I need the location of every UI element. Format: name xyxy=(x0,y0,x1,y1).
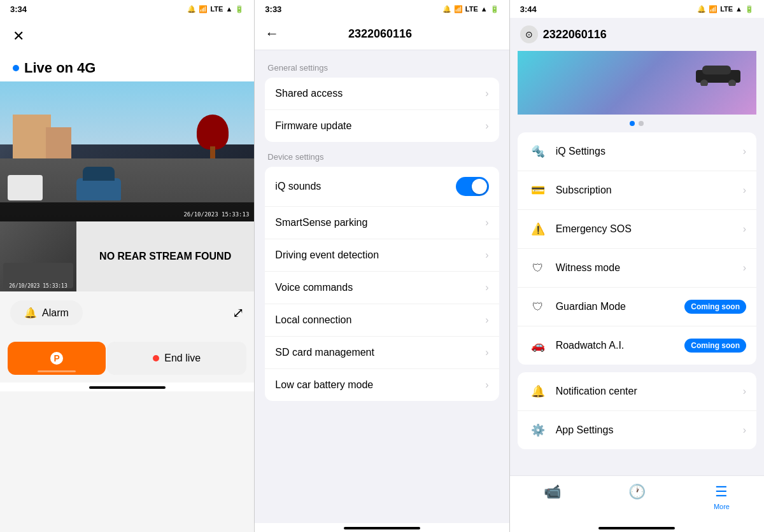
settings-scroll[interactable]: General settings Shared access › Firmwar… xyxy=(255,50,509,523)
wifi-icon3: 📶 xyxy=(709,5,718,13)
smartsense-right: › xyxy=(485,217,488,228)
front-camera-feed: 26/10/2023 15:33:13 xyxy=(0,81,254,221)
road-car xyxy=(76,178,121,200)
alarm-button[interactable]: 🔔 Alarm xyxy=(10,300,83,325)
voice-right: › xyxy=(485,282,488,293)
roadwatch-icon: 🚗 xyxy=(528,335,548,356)
home-indicator-p3 xyxy=(510,523,764,532)
wifi-icon2: 📶 xyxy=(454,5,463,13)
dot-inactive xyxy=(639,121,644,126)
toggle-thumb xyxy=(472,179,487,194)
smartsense-row[interactable]: SmartSense parking › xyxy=(265,207,499,239)
controls-row: 🔔 Alarm ⤢ xyxy=(0,291,254,334)
tree-top xyxy=(197,115,229,150)
driving-event-row[interactable]: Driving event detection › xyxy=(265,239,499,272)
voice-commands-row[interactable]: Voice commands › xyxy=(265,272,499,304)
car-roof xyxy=(83,167,115,181)
live-view-panel: 3:34 🔔 📶 LTE ▲ 🔋 ✕ Live on 4G xyxy=(0,0,254,532)
witness-mode-row[interactable]: 🛡 Witness mode › xyxy=(518,249,756,288)
guardian-mode-icon: 🛡 xyxy=(528,297,548,317)
firmware-update-label: Firmware update xyxy=(275,120,351,132)
alarm-label: Alarm xyxy=(42,307,69,319)
device-header: ⊙ 2322060116 xyxy=(510,18,764,51)
sd-card-row[interactable]: SD card management › xyxy=(265,337,499,369)
parking-icon: P xyxy=(50,352,63,365)
app-settings-row[interactable]: ⚙️ App Settings › xyxy=(518,411,756,449)
shared-access-label: Shared access xyxy=(275,88,343,99)
device-settings-card: iQ sounds SmartSense parking › Driving e… xyxy=(265,167,499,401)
notification-icon2: 🔔 xyxy=(442,5,451,13)
parking-button[interactable]: P xyxy=(8,342,106,375)
subscription-chevron: › xyxy=(743,185,746,196)
iq-settings-row[interactable]: 🔩 iQ Settings › xyxy=(518,132,756,171)
home-bar xyxy=(89,386,166,389)
tab-history[interactable]: 🕐 xyxy=(595,481,679,513)
expand-button[interactable]: ⤢ xyxy=(232,305,244,321)
status-bar-panel3: 3:44 🔔 📶 LTE ▲ 🔋 xyxy=(510,0,764,18)
signal-icon: ▲ xyxy=(225,5,232,13)
live-indicator xyxy=(13,65,19,71)
live-label: Live on 4G xyxy=(24,60,96,76)
sd-card-label: SD card management xyxy=(275,347,374,358)
battery-right: › xyxy=(485,379,488,391)
roadwatch-label: Roadwatch A.I. xyxy=(556,340,685,351)
iq-settings-chevron: › xyxy=(743,146,746,157)
status-icons-panel1: 🔔 📶 LTE ▲ 🔋 xyxy=(187,5,244,13)
iq-settings-label: iQ Settings xyxy=(556,146,743,157)
low-battery-label: Low car battery mode xyxy=(275,379,373,391)
notification-icon3: 🔔 xyxy=(697,5,706,13)
subscription-row[interactable]: 💳 Subscription › xyxy=(518,171,756,210)
shared-access-row[interactable]: Shared access › xyxy=(265,78,499,110)
device-main-card: 🔩 iQ Settings › 💳 Subscription › ⚠️ Emer… xyxy=(518,132,756,365)
hero-car-svg xyxy=(693,60,744,86)
guardian-mode-row[interactable]: 🛡 Guardian Mode Coming soon xyxy=(518,288,756,326)
svg-rect-1 xyxy=(702,66,731,74)
subscription-label: Subscription xyxy=(556,185,743,196)
chevron-icon5: › xyxy=(485,282,488,293)
road-van xyxy=(8,175,43,200)
device-title: 2322060116 xyxy=(543,28,607,41)
tab-bar: 📹 🕐 ☰ More xyxy=(510,475,764,523)
tab-camera[interactable]: 📹 xyxy=(510,481,595,513)
firmware-update-row[interactable]: Firmware update › xyxy=(265,110,499,142)
chevron-icon2: › xyxy=(485,120,488,132)
app-settings-right: › xyxy=(743,424,746,436)
driving-event-label: Driving event detection xyxy=(275,249,379,261)
iq-settings-icon: 🔩 xyxy=(528,141,548,162)
carousel-dots xyxy=(518,115,756,132)
record-dot xyxy=(153,355,159,361)
back-button[interactable]: ← xyxy=(265,25,279,42)
notification-center-label: Notification center xyxy=(556,386,743,397)
iq-sounds-row[interactable]: iQ sounds xyxy=(265,167,499,207)
local-connection-row[interactable]: Local connection › xyxy=(265,304,499,337)
camera-tab-icon: 📹 xyxy=(544,484,561,500)
shared-access-right: › xyxy=(485,88,488,99)
notification-center-icon: 🔔 xyxy=(528,381,548,402)
chevron-icon4: › xyxy=(485,249,488,261)
rear-camera-feed: 26/10/2023 15:33:13 NO REAR STREAM FOUND xyxy=(0,221,254,291)
iq-sounds-toggle[interactable] xyxy=(456,177,489,196)
status-icons-panel3: 🔔 📶 LTE ▲ 🔋 xyxy=(697,5,754,13)
chevron-icon8: › xyxy=(485,379,488,391)
tab-more[interactable]: ☰ More xyxy=(679,481,764,513)
home-bar3 xyxy=(598,527,675,529)
notification-center-row[interactable]: 🔔 Notification center › xyxy=(518,372,756,411)
timestamp-front: 26/10/2023 15:33:13 xyxy=(183,211,249,218)
chevron-icon: › xyxy=(485,88,488,99)
status-icons-panel2: 🔔 📶 LTE ▲ 🔋 xyxy=(442,5,499,13)
end-live-button[interactable]: End live xyxy=(107,342,246,375)
status-bar-panel2: 3:33 🔔 📶 LTE ▲ 🔋 xyxy=(255,0,509,18)
live-badge: Live on 4G xyxy=(0,55,254,81)
general-settings-card: Shared access › Firmware update › xyxy=(265,78,499,142)
home-indicator-p1 xyxy=(0,382,254,391)
low-battery-row[interactable]: Low car battery mode › xyxy=(265,369,499,401)
time-panel3: 3:44 xyxy=(520,4,537,14)
settings-title: 2322060116 xyxy=(286,27,473,41)
time-panel2: 3:33 xyxy=(265,4,281,14)
emergency-sos-row[interactable]: ⚠️ Emergency SOS › xyxy=(518,210,756,249)
device-scroll[interactable]: 🔩 iQ Settings › 💳 Subscription › ⚠️ Emer… xyxy=(510,51,764,475)
app-settings-label: App Settings xyxy=(556,424,743,436)
roadwatch-row[interactable]: 🚗 Roadwatch A.I. Coming soon xyxy=(518,326,756,365)
iq-settings-right: › xyxy=(743,146,746,157)
close-button[interactable]: ✕ xyxy=(10,25,27,47)
